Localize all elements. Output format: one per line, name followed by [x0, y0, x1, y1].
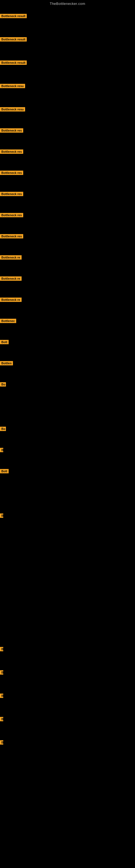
- bottleneck-badge: Bottleneck re: [0, 298, 21, 302]
- site-title: TheBottlenecker.com: [0, 0, 135, 7]
- bottleneck-badge: Bottleneck resu: [0, 84, 25, 88]
- bottleneck-badge: B: [0, 717, 3, 721]
- bottleneck-badge: Bo: [0, 427, 6, 431]
- bottleneck-badge: Bottleneck re: [0, 276, 21, 281]
- bottleneck-badge: Bottleneck res: [0, 150, 23, 154]
- bottleneck-badge: Bottleneck res: [0, 170, 23, 175]
- bottleneck-badge: Bottleneck res: [0, 128, 23, 133]
- bottleneck-badge: Bottlen: [0, 361, 13, 365]
- bottleneck-badge: Bottleneck resu: [0, 107, 25, 112]
- bottleneck-badge: Bottleneck re: [0, 255, 21, 259]
- bottleneck-badge: B: [0, 740, 3, 745]
- bottleneck-badge: Bottleneck result: [0, 14, 27, 18]
- bottleneck-badge: B: [0, 448, 3, 452]
- bottleneck-badge: Bottleneck result: [0, 37, 27, 41]
- bottleneck-badge: B: [0, 514, 3, 518]
- bottleneck-badge: B: [0, 647, 3, 651]
- bottleneck-badge: Bottleneck res: [0, 213, 23, 217]
- bottleneck-badge: B: [0, 670, 3, 675]
- bottleneck-badge: Bottleneck res: [0, 234, 23, 239]
- bottleneck-badge: Bottleneck result: [0, 61, 27, 65]
- bottleneck-badge: Bottleneck res: [0, 192, 23, 196]
- bottleneck-badge: Bott: [0, 469, 9, 473]
- bottleneck-badge: Bo: [0, 382, 6, 386]
- bottleneck-badge: B: [0, 693, 3, 698]
- bottleneck-badge: Bottlenec: [0, 319, 16, 323]
- bottleneck-badge: Bott: [0, 340, 9, 344]
